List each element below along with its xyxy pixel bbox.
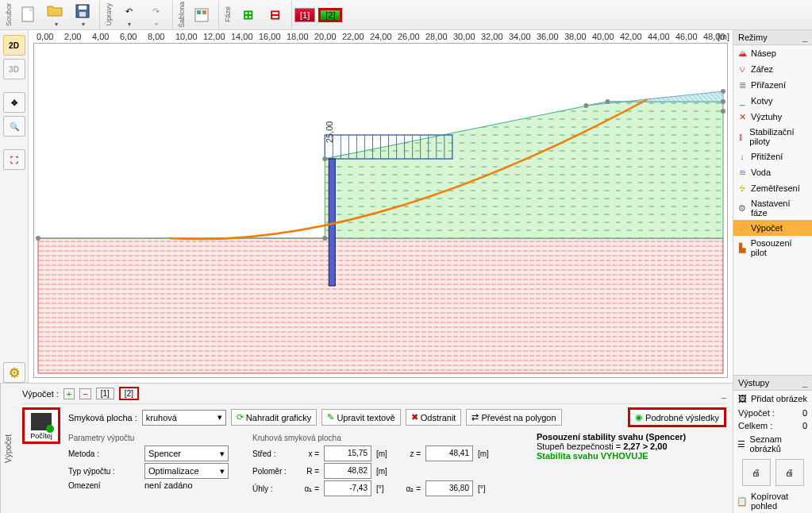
mode-item-11[interactable]: ▙Posouzení pilot [733,236,812,260]
r-input[interactable]: 48,82 [324,463,371,479]
mode-item-2[interactable]: ≣Přiřazení [733,77,812,93]
open-file-button[interactable]: ▾ [42,2,69,29]
phase-2-button[interactable]: [2] [318,8,342,22]
remove-button[interactable]: ✖Odstranit [406,409,462,426]
settings-button[interactable]: ⚙ [3,362,25,383]
slip-actions-row: Smyková plocha : kruhová▾ ⟳Nahradit graf… [68,407,726,427]
pencil-icon: ✎ [327,412,334,422]
print-button-2[interactable]: 🖨 [775,459,804,486]
method-select[interactable]: Spencer▾ [144,446,229,461]
pile [329,159,335,286]
add-calc-button[interactable]: + [63,388,75,399]
mode-label: Přitížení [751,152,783,161]
mode-item-1[interactable]: ⩒Zářez [733,61,812,77]
save-file-button[interactable]: ▾ [69,2,96,29]
mode-label: Zemětřesení [751,183,800,193]
add-image-icon: 🖼 [737,393,748,404]
soil-layer-2 [38,238,723,373]
file-group-label: Soubor [5,3,13,26]
bottom-tab-label: Výpočet [0,384,16,513]
result-block: Posouzení stability svahu (Spencer) Stup… [537,432,686,496]
slip-circle-section: Kruhová smyková plocha Střed : x = 15,75… [252,432,497,496]
canvas-area: 0,00 2,00 4,00 6,00 8,00 10,00 12,00 14,… [29,30,733,383]
detailed-results-button[interactable]: ◉Podrobné výsledky [628,407,726,427]
mode-icon: ≋ [737,167,748,178]
calculate-button[interactable]: Počítej [22,407,60,444]
zoom-tool-button[interactable]: 🔍 [3,116,25,137]
z-input[interactable]: 48,41 [425,446,473,461]
svg-point-37 [721,109,725,114]
mode-item-7[interactable]: ≋Voda [733,164,812,180]
edit-group-label: Úpravy [105,3,113,26]
results-icon: ◉ [635,412,643,422]
x-input[interactable]: 15,75 [324,446,371,461]
minimize-icon[interactable]: _ [722,389,726,399]
svg-point-30 [36,236,40,241]
add-image-button[interactable]: 🖼Přidat obrázek [733,391,812,407]
alpha1-input[interactable]: -7,43 [324,480,371,496]
svg-rect-0 [22,7,33,21]
calc-type-select[interactable]: Optimalizace▾ [144,463,229,479]
remove-calc-button[interactable]: − [79,388,90,399]
edit-text-button[interactable]: ✎Upravit textově [321,409,400,426]
mode-icon: ≣ [737,79,748,91]
printer-icon: 🖨 [752,468,760,477]
cpu-icon [31,413,52,430]
calc-params-section: Parametry výpočtu Metoda : Spencer▾ Typ … [68,432,229,496]
print-button-1[interactable]: 🖨 [742,459,771,486]
dropdown-arrow-icon: ▾ [217,412,222,422]
pan-tool-button[interactable]: ✥ [3,92,25,113]
calc-phase-2[interactable]: [2] [119,387,139,400]
mode-item-3[interactable]: ⎯Kotvy [733,93,812,109]
print-buttons: 🖨 🖨 [733,456,812,489]
add-phase-button[interactable]: ⊞ [234,2,261,29]
slip-type-select[interactable]: kruhová▾ [142,410,226,426]
mode-icon: ▙ [737,242,748,253]
new-file-button[interactable] [15,2,42,29]
template-button[interactable] [188,2,215,29]
dropdown-arrow-icon: ▾ [128,21,131,28]
mode-item-9[interactable]: ⚙Nastavení fáze [733,196,812,220]
view-3d-button[interactable]: 3D [3,59,25,79]
mode-label: Stabilizační piloty [749,127,809,146]
mode-item-10[interactable]: ✓Výpočet [733,220,812,236]
svg-rect-4 [79,6,87,10]
alpha2-input[interactable]: 36,80 [425,480,473,496]
mode-item-0[interactable]: ⛰Násep [733,45,812,61]
refresh-icon: ⟳ [237,412,244,422]
file-group: Soubor ▾ ▾ [2,1,100,29]
redo-button[interactable]: ↷▾ [142,2,169,29]
replace-graphically-button[interactable]: ⟳Nahradit graficky [231,409,317,426]
remove-phase-button[interactable]: ⊟ [261,2,288,29]
svg-point-33 [583,103,588,108]
undo-button[interactable]: ↶▾ [115,2,142,29]
fit-view-button[interactable]: ⛶ [3,149,25,170]
view-2d-button[interactable]: 2D [3,35,25,56]
mode-item-6[interactable]: ↓Přitížení [733,148,812,164]
ruler-unit: [m] [718,32,729,41]
minimize-icon[interactable]: _ [802,33,807,42]
convert-polygon-button[interactable]: ⇄Převést na polygon [466,409,561,426]
svg-point-36 [721,99,725,104]
drawing-viewport[interactable]: 25,00 [33,43,728,378]
svg-rect-8 [202,10,206,14]
calc-phase-1[interactable]: [1] [96,388,114,399]
image-list-button[interactable]: ☰Seznam obrázků [733,432,812,456]
output-count-calc: Výpočet :0 [733,407,812,419]
load-value: 25,00 [325,122,334,143]
template-group-label: Šablona [178,2,186,28]
mode-item-8[interactable]: ⭍Zemětřesení [733,180,812,196]
mode-icon: ⩒ [737,64,748,75]
outputs-section: Výstupy_ 🖼Přidat obrázek Výpočet :0 Celk… [733,375,812,513]
svg-rect-7 [197,10,201,14]
mode-item-4[interactable]: ✕Výztuhy [733,109,812,125]
mode-item-5[interactable]: ⫿Stabilizační piloty [733,125,812,148]
phase-1-button[interactable]: [1] [294,8,315,22]
convert-icon: ⇄ [471,412,479,422]
mode-icon: ⭍ [737,183,748,194]
dropdown-arrow-icon: ▾ [155,21,158,28]
copy-view-button[interactable]: 📋Kopírovat pohled [733,489,812,513]
copy-icon: 📋 [737,496,748,507]
minimize-icon[interactable]: _ [802,378,807,388]
dropdown-arrow-icon: ▾ [55,21,58,28]
